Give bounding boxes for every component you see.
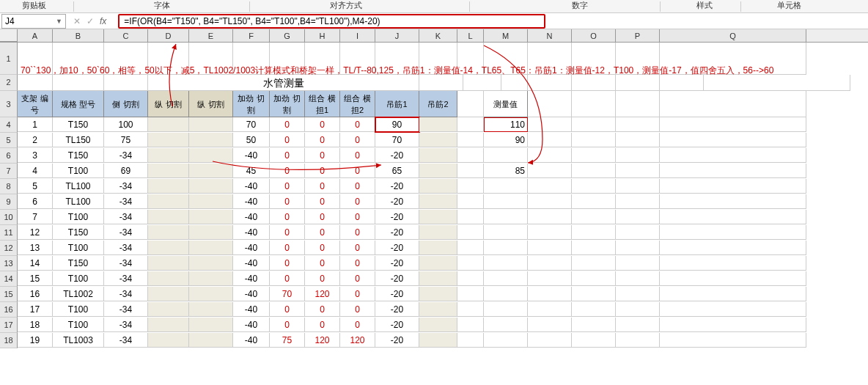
cell[interactable]: 0 [305, 241, 340, 255]
cell[interactable]: 65 [375, 164, 419, 178]
cell[interactable] [528, 133, 572, 147]
cell[interactable] [419, 194, 457, 209]
cell[interactable] [484, 256, 528, 271]
cell[interactable]: 0 [270, 241, 305, 255]
cell[interactable] [528, 210, 572, 224]
cell[interactable] [457, 133, 484, 147]
ribbon-group-align[interactable]: 对齐方式 [330, 0, 362, 11]
cell[interactable]: T100 [53, 318, 104, 332]
row-header[interactable]: 7 [0, 164, 18, 179]
cell[interactable]: 16 [18, 287, 53, 301]
ribbon-group-cell[interactable]: 单元格 [777, 0, 801, 11]
cell[interactable]: 70 [233, 117, 270, 132]
ribbon-group-number[interactable]: 数字 [572, 0, 588, 11]
col-header[interactable]: K [419, 29, 457, 42]
cell[interactable]: 0 [340, 318, 375, 332]
cell[interactable] [148, 333, 189, 348]
fx-icon[interactable]: fx [100, 16, 111, 26]
cell[interactable] [189, 194, 233, 209]
cell[interactable] [457, 302, 484, 317]
cell[interactable]: 0 [270, 271, 305, 286]
cell[interactable]: T150 [53, 117, 104, 132]
cell[interactable]: 50 [233, 133, 270, 147]
cell[interactable]: -20 [375, 179, 419, 194]
cell[interactable]: 0 [340, 287, 375, 301]
cell[interactable] [419, 241, 457, 255]
cell[interactable]: 0 [340, 164, 375, 178]
cell[interactable]: 3 [18, 148, 53, 163]
cell[interactable] [189, 179, 233, 194]
cell[interactable]: 0 [305, 225, 340, 240]
cell[interactable] [660, 194, 806, 209]
col-header[interactable]: L [457, 29, 484, 42]
cell[interactable]: 4 [18, 164, 53, 178]
cell[interactable] [528, 302, 572, 317]
cell[interactable] [484, 179, 528, 194]
col-header[interactable]: C [104, 29, 148, 42]
cell[interactable] [572, 287, 616, 301]
cell[interactable]: 0 [270, 179, 305, 194]
cell[interactable]: 0 [270, 164, 305, 178]
cell[interactable] [189, 271, 233, 286]
cell[interactable] [484, 225, 528, 240]
cell[interactable] [528, 194, 572, 209]
cell[interactable]: -40 [233, 287, 270, 301]
cell[interactable]: 0 [270, 133, 305, 147]
cell[interactable]: 0 [305, 179, 340, 194]
cell[interactable]: -20 [375, 225, 419, 240]
cell[interactable] [419, 287, 457, 301]
cell[interactable]: 0 [340, 179, 375, 194]
cell[interactable] [616, 333, 660, 348]
cell[interactable]: 0 [340, 241, 375, 255]
cell[interactable]: 0 [270, 148, 305, 163]
cell[interactable]: 1 [18, 117, 53, 132]
cell[interactable] [616, 271, 660, 286]
cell[interactable]: 100 [104, 117, 148, 132]
cell[interactable] [572, 271, 616, 286]
cell[interactable] [457, 333, 484, 348]
cell[interactable] [660, 302, 806, 317]
cell[interactable] [484, 148, 528, 163]
cell[interactable] [616, 133, 660, 147]
cell[interactable]: -20 [375, 194, 419, 209]
table-title[interactable]: 水管测量 [148, 75, 419, 91]
th[interactable]: 纵 切割 [189, 91, 233, 117]
col-header[interactable]: E [189, 29, 233, 42]
cell[interactable]: -20 [375, 318, 419, 332]
cell[interactable]: -34 [104, 179, 148, 194]
cell[interactable] [616, 287, 660, 301]
cell[interactable] [457, 318, 484, 332]
cell[interactable] [528, 148, 572, 163]
th[interactable]: 规格 型号 [53, 91, 104, 117]
cell[interactable] [616, 225, 660, 240]
cell[interactable] [457, 225, 484, 240]
ribbon-group-clipboard[interactable]: 剪贴板 [22, 0, 46, 11]
cell[interactable] [148, 225, 189, 240]
cell[interactable] [189, 241, 233, 255]
cell[interactable] [148, 241, 189, 255]
cell[interactable]: 2 [18, 133, 53, 147]
col-header[interactable]: F [233, 29, 270, 42]
cell[interactable] [457, 164, 484, 178]
cell[interactable]: T150 [53, 148, 104, 163]
cell[interactable]: 15 [18, 271, 53, 286]
cell[interactable] [457, 148, 484, 163]
cell[interactable] [419, 333, 457, 348]
cell[interactable] [572, 117, 616, 132]
cell[interactable]: 0 [305, 318, 340, 332]
cell[interactable] [148, 318, 189, 332]
cell[interactable] [457, 179, 484, 194]
cell[interactable] [528, 287, 572, 301]
th[interactable]: 支架 编号 [18, 91, 53, 117]
cell[interactable] [419, 164, 457, 178]
row-header[interactable]: 18 [0, 333, 18, 348]
row-header[interactable]: 14 [0, 271, 18, 287]
cell[interactable]: 0 [305, 133, 340, 147]
cell[interactable]: 0 [270, 194, 305, 209]
col-header[interactable]: H [305, 29, 340, 42]
formula-bar[interactable]: =IF(OR(B4="T150", B4="TL150", B4="T100",… [118, 14, 545, 29]
select-all-corner[interactable] [0, 29, 18, 42]
cell[interactable] [148, 164, 189, 178]
cell[interactable]: 0 [305, 210, 340, 224]
th[interactable]: 测量值 [484, 91, 528, 117]
